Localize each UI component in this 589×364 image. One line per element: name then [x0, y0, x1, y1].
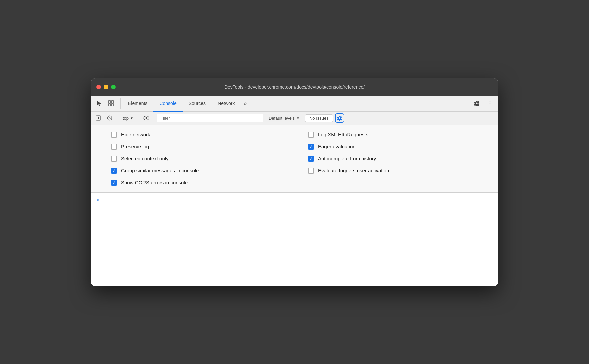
preserve-log-row: Preserve log [111, 144, 281, 150]
autocomplete-history-row: Autocomplete from history [308, 156, 478, 162]
no-issues-label: No Issues [309, 116, 329, 121]
eager-eval-row: Eager evaluation [308, 144, 478, 150]
tab-console[interactable]: Console [153, 96, 182, 112]
evaluate-triggers-row: Evaluate triggers user activation [308, 168, 478, 174]
run-script-button[interactable] [94, 113, 103, 123]
show-cors-row: Show CORS errors in console [111, 180, 281, 186]
tab-network[interactable]: Network [212, 96, 241, 112]
svg-marker-5 [98, 117, 100, 119]
preserve-log-label: Preserve log [121, 144, 149, 149]
eye-icon [143, 116, 149, 120]
levels-label: Default levels [269, 116, 295, 121]
evaluate-triggers-checkbox[interactable] [308, 168, 314, 174]
titlebar: DevTools - developer.chrome.com/docs/dev… [91, 78, 498, 96]
selected-context-row: Selected context only [111, 156, 281, 162]
separator-1 [117, 114, 117, 122]
svg-point-9 [145, 117, 147, 119]
toolbar-right: ⋮ [471, 98, 495, 109]
autocomplete-history-label: Autocomplete from history [318, 156, 376, 161]
log-xhr-label: Log XMLHttpRequests [318, 132, 368, 137]
context-selector[interactable]: top ▼ [120, 115, 136, 122]
filter-input[interactable] [157, 114, 263, 122]
settings-grid: Hide network Preserve log Selected conte… [111, 132, 478, 186]
group-similar-label: Group similar messages in console [121, 168, 199, 173]
clear-icon [107, 115, 112, 121]
cursor-icon-button[interactable] [94, 98, 104, 109]
preserve-log-checkbox[interactable] [111, 144, 117, 150]
settings-gear-icon [337, 115, 342, 121]
svg-rect-0 [108, 101, 111, 103]
tab-list: Elements Console Sources Network » [122, 96, 471, 111]
window-title: DevTools - developer.chrome.com/docs/dev… [224, 84, 365, 90]
group-similar-checkbox[interactable] [111, 168, 117, 174]
selected-context-checkbox[interactable] [111, 156, 117, 162]
settings-panel: Hide network Preserve log Selected conte… [91, 125, 498, 193]
hide-network-checkbox[interactable] [111, 132, 117, 138]
console-input-area: > [91, 193, 498, 286]
show-cors-label: Show CORS errors in console [121, 180, 188, 185]
traffic-lights [96, 85, 116, 89]
group-similar-row: Group similar messages in console [111, 168, 281, 174]
svg-rect-1 [111, 101, 114, 103]
console-prompt-symbol: > [96, 197, 99, 203]
gear-icon [474, 100, 480, 106]
settings-right-column: Log XMLHttpRequests Eager evaluation Aut… [308, 132, 478, 186]
eye-button[interactable] [142, 113, 151, 123]
console-toolbar: top ▼ Default levels ▼ No Issues [91, 112, 498, 125]
clear-console-button[interactable] [105, 113, 114, 123]
log-xhr-checkbox[interactable] [308, 132, 314, 138]
play-icon [96, 115, 101, 121]
more-options-button[interactable]: ⋮ [485, 98, 495, 109]
maximize-button[interactable] [111, 85, 116, 89]
console-settings-button[interactable] [335, 113, 344, 123]
show-cors-checkbox[interactable] [111, 180, 117, 186]
tab-elements[interactable]: Elements [122, 96, 153, 112]
log-xhr-row: Log XMLHttpRequests [308, 132, 478, 138]
evaluate-triggers-label: Evaluate triggers user activation [318, 168, 389, 173]
close-button[interactable] [96, 85, 101, 89]
tab-sources[interactable]: Sources [183, 96, 212, 112]
text-cursor [103, 196, 103, 202]
settings-left-column: Hide network Preserve log Selected conte… [111, 132, 281, 186]
separator-2 [139, 114, 139, 122]
console-cursor[interactable] [102, 196, 103, 202]
inspect-icon [108, 100, 114, 107]
settings-gear-button[interactable] [471, 98, 482, 109]
more-tabs-button[interactable]: » [241, 96, 249, 111]
separator-3 [154, 114, 154, 122]
devtools-window: DevTools - developer.chrome.com/docs/dev… [91, 78, 498, 286]
autocomplete-history-checkbox[interactable] [308, 156, 314, 162]
hide-network-row: Hide network [111, 132, 281, 138]
minimize-button[interactable] [104, 85, 108, 89]
main-toolbar: Elements Console Sources Network » ⋮ [91, 96, 498, 112]
inspect-icon-button[interactable] [106, 98, 116, 109]
selected-context-label: Selected context only [121, 156, 169, 161]
eager-eval-label: Eager evaluation [318, 144, 356, 149]
levels-arrow: ▼ [296, 116, 300, 120]
cursor-icon [96, 100, 102, 107]
no-issues-button[interactable]: No Issues [305, 114, 333, 122]
svg-line-7 [108, 116, 112, 120]
hide-network-label: Hide network [121, 132, 150, 137]
eager-eval-checkbox[interactable] [308, 144, 314, 150]
toolbar-icons [94, 98, 121, 109]
svg-rect-3 [111, 104, 114, 106]
svg-rect-2 [108, 104, 111, 106]
context-label: top [123, 116, 129, 121]
log-levels-button[interactable]: Default levels ▼ [265, 115, 303, 122]
dropdown-arrow: ▼ [130, 116, 133, 120]
